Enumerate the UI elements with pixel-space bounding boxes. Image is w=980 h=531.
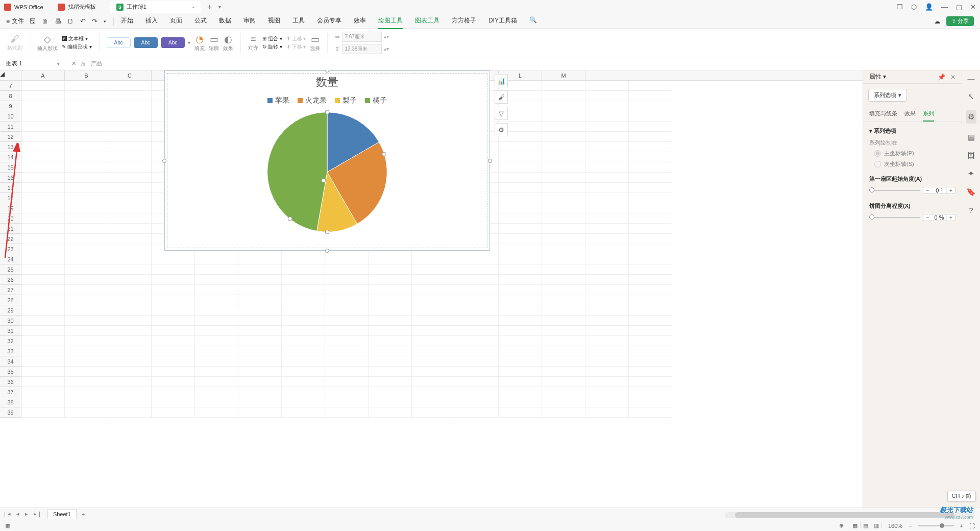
angle-slider[interactable] [869,190,920,191]
row-header-22[interactable]: 22 [0,234,21,244]
cancel-formula-icon[interactable]: ✕ [71,60,76,67]
row-header-14[interactable]: 14 [0,152,21,162]
status-mode-icon[interactable]: ▦ [5,522,10,529]
zoom-slider-thumb[interactable] [940,523,944,528]
move-down-button[interactable]: ⬇ 下移 ▾ [286,43,306,51]
tab-start[interactable]: 开始 [121,13,133,29]
close-icon[interactable]: ✕ [970,3,976,11]
row-header-17[interactable]: 17 [0,183,21,193]
series-options-dropdown[interactable]: 系列选项 ▾ [868,89,907,102]
tab-page[interactable]: 页面 [170,13,182,29]
shape-style-1[interactable]: Abc [107,37,131,48]
ruler-icon[interactable]: ✦ [968,169,974,178]
view-sync-icon[interactable]: ⊕ [839,522,844,529]
print-preview-icon[interactable]: 🗋 [67,17,74,25]
cube-icon[interactable]: ⬡ [911,3,917,11]
maximize-icon[interactable]: ▢ [956,3,962,11]
row-header-24[interactable]: 24 [0,254,21,264]
move-up-button[interactable]: ⬆ 上移 ▾ [286,35,306,42]
chart-settings-button[interactable]: ⚙ [495,123,508,136]
tab-templates[interactable]: 找稻壳模板 [52,1,102,13]
zoom-in-button[interactable]: + [960,523,963,529]
format-painter-button[interactable]: 🖌格式刷 [7,34,22,52]
shape-style-3[interactable]: Abc [161,37,185,48]
name-box[interactable]: 图表 1▾ [0,60,66,67]
bookmark-icon[interactable]: 🔖 [966,187,976,197]
resize-handle-s[interactable] [325,249,329,253]
fullscreen-icon[interactable]: ⛶ [969,523,975,529]
row-header-23[interactable]: 23 [0,244,21,254]
row-header-39[interactable]: 39 [0,407,21,418]
tab-dropdown-icon[interactable]: ▾ [218,4,221,10]
rotate-button[interactable]: ↻ 旋转 ▾ [262,43,282,51]
resize-handle-n[interactable] [325,70,329,73]
zoom-out-button[interactable]: − [909,523,912,529]
row-header-15[interactable]: 15 [0,162,21,173]
col-header-B[interactable]: B [65,70,108,80]
row-header-18[interactable]: 18 [0,193,21,203]
chart-filter-button[interactable]: ▽ [495,107,508,120]
angle-minus[interactable]: − [923,187,932,194]
col-header-A[interactable]: A [21,70,65,80]
row-header-27[interactable]: 27 [0,285,21,295]
row-header-21[interactable]: 21 [0,224,21,234]
series-options-header[interactable]: ▾ 系列选项 [869,127,955,135]
secondary-axis-radio[interactable]: 次坐标轴(S) [874,160,955,168]
select-all-corner[interactable]: ◢ [0,70,21,80]
redo-icon[interactable]: ↷ [92,17,97,25]
avatar-icon[interactable]: 👤 [925,3,933,11]
shape-width-input[interactable] [342,32,382,42]
textbox-button[interactable]: 🅰 文本框 ▾ [62,35,92,42]
tab-view[interactable]: 视图 [268,13,280,29]
cloud-icon[interactable]: ☁ [934,18,940,25]
pie-chart[interactable] [263,108,391,236]
edit-shape-button[interactable]: ✎ 编辑形状 ▾ [62,43,92,51]
shape-height-input[interactable] [342,44,382,54]
shape-style-2[interactable]: Abc [134,37,158,48]
view-pagebreak-icon[interactable]: ▤ [861,522,871,528]
spreadsheet[interactable]: ◢ ABCDEFGHIJKLM 789101112131415161718192… [0,70,863,508]
chart-plot-area[interactable]: 数量 苹果火龙果梨子橘子 [167,73,487,248]
tab-insert[interactable]: 插入 [145,13,158,29]
row-header-13[interactable]: 13 [0,142,21,152]
tab-draw-tools[interactable]: 绘图工具 [378,13,403,29]
export-icon[interactable]: 🗎 [42,17,48,25]
row-header-10[interactable]: 10 [0,111,21,122]
col-header-M[interactable]: M [542,70,585,80]
primary-axis-radio[interactable]: 主坐标轴(P) [874,150,955,157]
chart-legend[interactable]: 苹果火龙果梨子橘子 [167,96,487,105]
fx-icon[interactable]: fx [81,61,86,67]
row-header-37[interactable]: 37 [0,387,21,397]
legend-item[interactable]: 梨子 [335,96,357,105]
row-header-36[interactable]: 36 [0,377,21,387]
shape-style-gallery[interactable]: Abc Abc Abc ▾ [107,37,191,48]
angle-plus[interactable]: + [947,187,955,194]
close-panel-icon[interactable]: ✕ [950,74,955,81]
quick-dropdown-icon[interactable]: ▾ [104,19,106,24]
outline-button[interactable]: ▭轮廓 [209,34,219,52]
row-header-38[interactable]: 38 [0,397,21,407]
angle-stepper[interactable]: − 0 ° + [923,187,955,194]
select-tool-icon[interactable]: ↖ [968,92,974,101]
fill-button[interactable]: ◔填充 [194,34,205,52]
row-header-16[interactable]: 16 [0,173,21,183]
resize-handle-e[interactable] [488,159,492,163]
sheet-tab-1[interactable]: Sheet1 [47,509,77,519]
row-header-33[interactable]: 33 [0,346,21,356]
subtab-fill[interactable]: 填充与线条 [869,107,897,122]
legend-item[interactable]: 火龙果 [298,96,327,105]
undo-icon[interactable]: ↶ [80,17,86,25]
help-icon[interactable]: ? [969,206,973,214]
image-lib-icon[interactable]: 🖼 [967,151,975,160]
row-header-20[interactable]: 20 [0,213,21,224]
row-header-31[interactable]: 31 [0,326,21,336]
save-icon[interactable]: 🖫 [29,17,36,25]
pie-slice-橘子[interactable] [267,112,327,231]
row-header-28[interactable]: 28 [0,295,21,305]
row-header-26[interactable]: 26 [0,275,21,285]
tab-efficiency[interactable]: 效率 [354,13,366,29]
tab-data[interactable]: 数据 [219,13,231,29]
sheet-nav-arrows[interactable]: |◂ ◂ ▸ ▸| [4,511,42,517]
add-tab-button[interactable]: ＋ [206,2,213,12]
layers-icon[interactable]: ▤ [968,133,975,142]
